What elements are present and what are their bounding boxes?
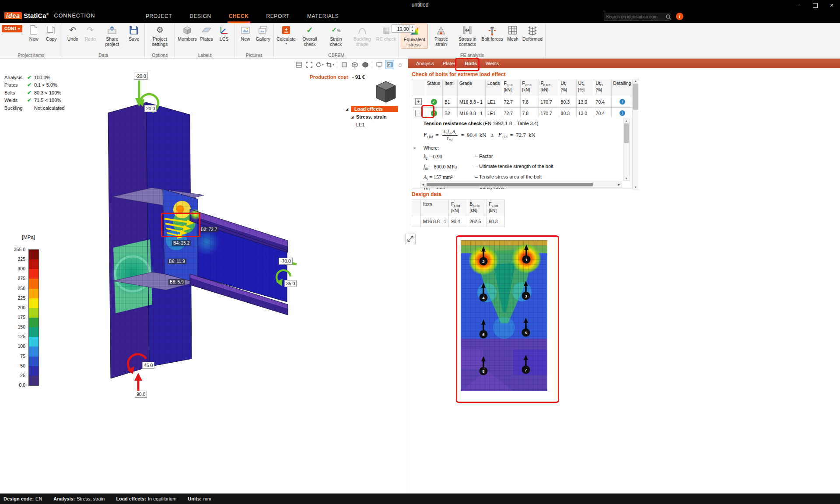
menu-report[interactable]: REPORT: [265, 10, 291, 23]
tree-item-le1[interactable]: LE1: [356, 122, 365, 127]
help-info-button[interactable]: i: [676, 13, 683, 20]
design-data-table: Item Ft,Rd[kN] Bp,Rd[kN] Fv,Rd[kN] M16 8…: [411, 200, 505, 227]
where-row: k2 = 0.90– Factor: [424, 154, 622, 161]
home-view-icon[interactable]: ⌂: [396, 60, 405, 69]
mesh-button[interactable]: Mesh: [504, 24, 522, 42]
lcs-labels-button[interactable]: LCS: [215, 24, 233, 42]
view-iso-icon[interactable]: [350, 60, 359, 69]
expand-picture-button[interactable]: [405, 234, 416, 244]
spinner-down-icon[interactable]: ▼: [410, 29, 415, 33]
status-units: Units:mm: [188, 496, 211, 501]
summary-row-bolts: Bolts✔80.3 < 100%: [4, 89, 65, 97]
check-ok-icon: ✔: [27, 74, 34, 80]
wireframe-icon[interactable]: [294, 60, 303, 69]
tree-item-stress-strain[interactable]: Stress, strain: [356, 114, 387, 119]
app-window: untitled ― ✕ idea StatiCa® CONNECTION PR…: [0, 0, 840, 504]
ribbon-group-labels: Members Plates LCS Labels: [175, 23, 235, 58]
status-analysis-type: Analysis:Stress, strain: [53, 496, 105, 501]
calculate-icon: [280, 24, 292, 36]
bolt-label-b4: B4: 25.2: [172, 240, 191, 246]
summary-row-buckling: BucklingNot calculated: [4, 104, 65, 112]
minimize-button[interactable]: ―: [790, 0, 807, 10]
deformed-button[interactable]: Deformed: [522, 24, 543, 42]
con1-item-dropdown[interactable]: CON1▾: [2, 25, 22, 32]
plates-labels-button[interactable]: Plates: [198, 24, 215, 42]
plastic-strain-icon: [435, 24, 447, 36]
calculate-dropdown-arrow[interactable]: ▾: [285, 42, 287, 46]
detail-horizontal-scrollbar[interactable]: ◀▶: [420, 182, 622, 188]
tab-bolts[interactable]: Bolts: [461, 59, 482, 68]
ribbon-group-cbfem: Calculate ▾ ✓ Overall check ✓% Strain ch…: [274, 23, 399, 58]
tab-welds[interactable]: Welds: [481, 59, 503, 68]
spinner-up-icon[interactable]: ▲: [410, 25, 415, 29]
copy-item-button[interactable]: Copy: [42, 24, 60, 42]
tab-plates[interactable]: Plates: [438, 59, 461, 68]
clipping-icon[interactable]: ▾: [326, 60, 335, 69]
gallery-button[interactable]: Gallery: [254, 24, 272, 42]
menu-materials[interactable]: MATERIALS: [306, 10, 340, 23]
summary-row-welds: Welds✔71.5 < 100%: [4, 97, 65, 105]
tab-analysis[interactable]: Analysis: [412, 59, 438, 68]
undo-icon: ↶: [67, 24, 78, 36]
detail-expander[interactable]: >: [413, 145, 416, 150]
results-vertical-scrollbar[interactable]: ▲ ▼: [632, 79, 639, 189]
rc-check-icon: ▦: [381, 24, 392, 36]
plastic-strain-button[interactable]: Plastic strain: [428, 24, 454, 48]
detailing-info-icon[interactable]: i: [620, 110, 625, 116]
load-label-top: -20.0: [134, 73, 148, 80]
search-box[interactable]: [604, 13, 669, 21]
svg-text:5: 5: [525, 331, 527, 335]
tree-item-load-effects[interactable]: Load effects: [351, 106, 398, 112]
maximize-button[interactable]: [807, 0, 823, 10]
tree-expand-icon[interactable]: ◢: [346, 107, 351, 111]
rotate-view-icon[interactable]: ▾: [315, 60, 324, 69]
menu-check[interactable]: CHECK: [228, 10, 250, 23]
menu-project[interactable]: PROJECT: [144, 10, 173, 23]
undo-button[interactable]: ↶ Undo: [64, 24, 81, 42]
menu-design[interactable]: DESIGN: [188, 10, 213, 23]
bolt-forces-icon: [486, 24, 498, 36]
viewport-3d[interactable]: ▾ ▾ ⌂ Analysis✔100.0% Plates✔0.1 < 5.0% …: [0, 59, 408, 494]
scale-spinner-input[interactable]: [392, 25, 410, 32]
ribbon: CON1▾ New Copy Project items ↶ Undo: [0, 23, 840, 59]
titlebar: untitled ― ✕: [0, 0, 840, 10]
search-input[interactable]: [604, 14, 665, 19]
bolt-stress-image[interactable]: 2 1 4 3 6 5 8 7: [456, 235, 559, 403]
calculate-button[interactable]: Calculate ▾: [276, 24, 297, 46]
save-button[interactable]: Save: [125, 24, 143, 42]
dock-right-icon[interactable]: [385, 60, 394, 69]
tree-expand-icon[interactable]: ◢: [351, 115, 356, 119]
navigation-cube[interactable]: [371, 78, 399, 107]
check-ok-icon: ✔: [27, 90, 34, 96]
view-solid-icon[interactable]: [360, 60, 370, 69]
overall-check-button[interactable]: ✓ Overall check: [297, 24, 323, 48]
close-button[interactable]: ✕: [823, 0, 840, 10]
screenshot-icon[interactable]: [374, 60, 384, 69]
project-settings-button[interactable]: ⚙ Project settings: [147, 24, 173, 48]
new-picture-button[interactable]: New: [237, 24, 254, 42]
buckling-shape-button[interactable]: Buckling shape: [349, 24, 375, 48]
detailing-info-icon[interactable]: i: [620, 99, 625, 105]
stress-in-contacts-button[interactable]: Stress in contacts: [454, 24, 480, 48]
new-item-button[interactable]: New: [25, 24, 42, 42]
check-summary: Analysis✔100.0% Plates✔0.1 < 5.0% Bolts✔…: [4, 74, 65, 112]
status-design-code: Design code:EN: [4, 496, 42, 501]
detail-vertical-scrollbar[interactable]: ▲ ▼: [623, 119, 630, 181]
buckling-shape-icon: [357, 24, 368, 36]
view-front-icon[interactable]: [340, 60, 349, 69]
table-row-b1[interactable]: + ✓ B1 M16 8.8 - 1 LE1 72.7 7.8 170.7 80…: [412, 96, 633, 108]
logo-idea: idea: [4, 12, 22, 19]
scale-spinner[interactable]: ▲▼: [392, 24, 415, 33]
fit-view-icon[interactable]: [304, 60, 314, 69]
bolt-label-b2: B2: 72.7: [200, 227, 218, 232]
search-icon[interactable]: [665, 14, 672, 20]
bolt-forces-button[interactable]: Bolt forces: [480, 24, 504, 42]
status-ok-icon: ✓: [431, 110, 437, 116]
ribbon-group-data: ↶ Undo ↷ Redo Share project Save Data: [62, 23, 145, 58]
strain-check-button[interactable]: ✓% Strain check: [323, 24, 349, 48]
share-project-button[interactable]: Share project: [99, 24, 125, 48]
collapse-row-button[interactable]: −: [415, 110, 422, 116]
expand-row-button[interactable]: +: [415, 98, 422, 105]
members-labels-button[interactable]: Members: [177, 24, 198, 42]
redo-button[interactable]: ↷ Redo: [81, 24, 99, 42]
